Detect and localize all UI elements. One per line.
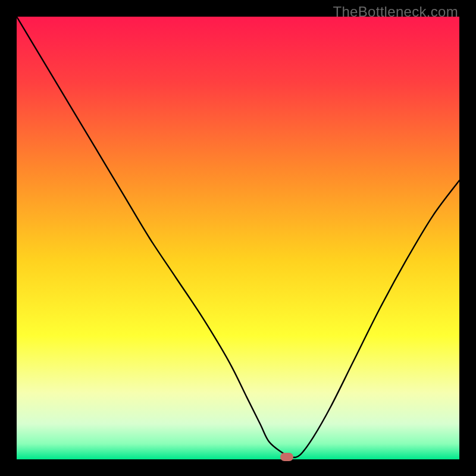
gradient-background [17, 17, 459, 459]
bottleneck-chart [17, 17, 459, 459]
chart-frame: TheBottleneck.com [0, 0, 476, 476]
watermark-text: TheBottleneck.com [333, 4, 458, 20]
optimum-marker [280, 453, 293, 461]
